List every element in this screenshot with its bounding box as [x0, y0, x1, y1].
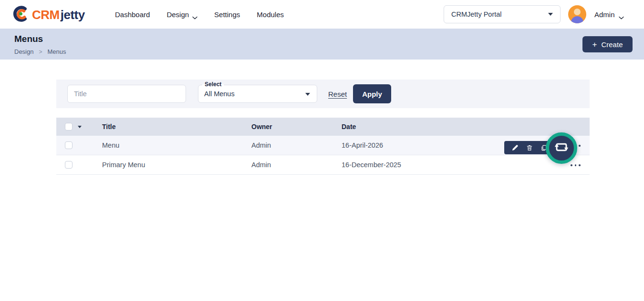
breadcrumb-parent[interactable]: Design [14, 48, 33, 55]
nav-label: Dashboard [115, 10, 150, 19]
table-header-select-cell [56, 123, 102, 130]
user-menu[interactable]: Admin [594, 0, 624, 29]
portal-select-value: CRMJetty Portal [451, 10, 502, 18]
select-menu-caret-icon[interactable] [78, 126, 82, 128]
select-all-checkbox[interactable] [65, 123, 73, 130]
topbar: CRM jetty Dashboard Design Settings Modu… [0, 0, 644, 29]
breadcrumb: Design > Menus [14, 48, 66, 55]
table-row[interactable]: Primary Menu Admin 16-December-2025 [56, 155, 590, 175]
cell-owner: Admin [251, 161, 342, 169]
column-header-title[interactable]: Title [102, 123, 251, 130]
nav-item-settings[interactable]: Settings [214, 10, 240, 19]
table-header-row: Title Owner Date [56, 118, 590, 136]
create-button-label: Create [601, 40, 623, 49]
avatar-body-shape [571, 16, 583, 23]
clone-repeat-button-highlighted[interactable] [546, 132, 577, 164]
user-name: Admin [594, 10, 615, 19]
brand-name-crm: CRM [32, 5, 60, 24]
cell-owner: Admin [251, 141, 342, 149]
title-filter-input[interactable] [67, 85, 186, 103]
chevron-down-icon [619, 13, 624, 16]
menus-table: Title Owner Date Menu Admin 16-April-202… [56, 118, 590, 175]
nav-label: Settings [214, 10, 240, 19]
create-button[interactable]: + Create [582, 36, 633, 52]
filter-panel: Select All Menus Reset Apply [56, 80, 590, 108]
repeat-icon [554, 140, 569, 157]
brand-name-jetty: jetty [61, 5, 85, 24]
nav-label: Modules [257, 10, 284, 19]
page-title: Menus [14, 34, 43, 44]
main-nav: Dashboard Design Settings Modules [115, 0, 284, 29]
column-header-owner[interactable]: Owner [251, 123, 342, 130]
crmjetty-logo-icon [12, 5, 30, 25]
select-value: All Menus [204, 85, 235, 102]
plus-icon: + [592, 40, 597, 49]
dropdown-caret-icon [305, 93, 310, 96]
avatar-head-shape [574, 9, 581, 15]
nav-item-design[interactable]: Design [166, 10, 197, 19]
row-select-cell [56, 161, 102, 169]
page-header: Menus Design > Menus + Create [0, 29, 644, 60]
row-checkbox[interactable] [65, 141, 73, 149]
reset-link[interactable]: Reset [328, 80, 347, 108]
menu-type-select[interactable]: Select All Menus [198, 85, 317, 103]
apply-button[interactable]: Apply [353, 84, 391, 103]
nav-label: Design [166, 10, 189, 19]
user-avatar[interactable] [568, 5, 586, 23]
cell-title: Primary Menu [102, 161, 251, 169]
column-header-date[interactable]: Date [342, 123, 590, 130]
edit-icon[interactable] [511, 144, 519, 152]
brand-logo[interactable]: CRM jetty [12, 5, 85, 25]
row-more-actions-button[interactable] [571, 163, 583, 167]
cell-title: Menu [102, 141, 251, 149]
nav-item-dashboard[interactable]: Dashboard [115, 10, 150, 19]
delete-icon[interactable] [525, 144, 533, 152]
row-select-cell [56, 141, 102, 149]
chevron-down-icon [192, 13, 197, 16]
crmjetty-app: CRM jetty Dashboard Design Settings Modu… [0, 0, 644, 301]
row-checkbox[interactable] [65, 161, 73, 169]
portal-select[interactable]: CRMJetty Portal [444, 5, 561, 23]
breadcrumb-separator-icon: > [39, 49, 42, 55]
dropdown-caret-icon [548, 13, 553, 16]
nav-item-modules[interactable]: Modules [257, 10, 284, 19]
cell-date: 16-December-2025 [342, 161, 590, 169]
breadcrumb-current: Menus [47, 48, 66, 55]
